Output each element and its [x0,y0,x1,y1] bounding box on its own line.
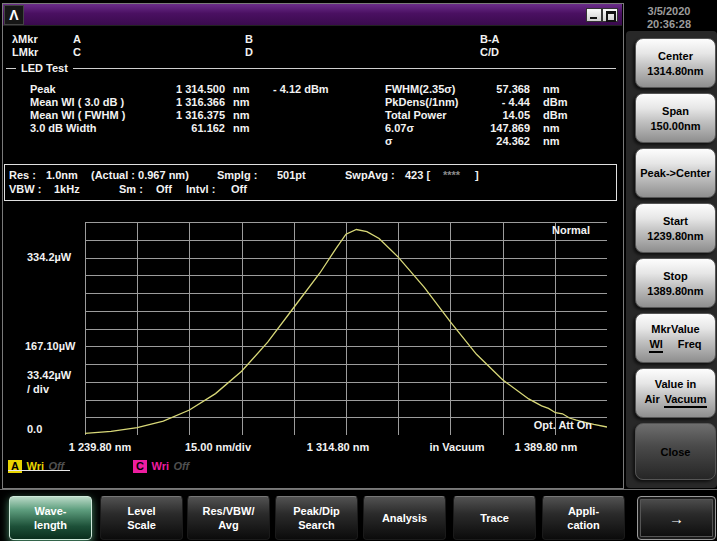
maximize-button[interactable] [602,8,618,22]
softkey-toggle-row: AirVacuum [636,393,715,408]
measurement-value: - 4.44 [445,96,530,108]
maximize-icon [606,11,616,22]
softkey-label: Stop [636,270,715,282]
measurement-row: σ24.362nm [385,135,620,148]
menu-analysis-button[interactable]: Analysis [363,496,446,540]
res-actual: (Actual : 0.967 nm) [91,169,189,181]
center-button[interactable]: Center1314.80nm [635,38,716,88]
close-button[interactable]: Close [635,423,716,480]
title-bar [3,4,622,26]
softkey-label: Value in [636,378,715,390]
sm-label: Sm : [119,183,143,195]
y-axis-label-per-div2: / div [27,383,49,395]
mkr-value-option-freq[interactable]: Freq [678,338,702,353]
measurement-unit: nm [233,109,250,121]
value-in-option-air[interactable]: Air [644,393,659,408]
x-axis-label-start: 1 239.80 nm [69,441,131,453]
stop-button[interactable]: Stop1389.80nm [635,258,716,308]
swpavg-bracket: ] [475,169,479,181]
marker-ba-label: B-A [480,33,500,45]
value-in-button[interactable]: Value inAirVacuum [635,368,716,418]
datetime-display: 3/5/2020 20:36:28 [628,5,710,31]
softkey-label: Center [636,50,715,62]
softkey-value: 150.00nm [636,120,715,132]
date-label: 3/5/2020 [628,5,710,18]
trace-c-mode: Wri [151,460,169,472]
menu-button-label2: length [10,519,91,531]
menu-next-menu-button[interactable]: → [637,496,716,540]
menu-button-label: Level [101,505,182,517]
marker-a-label[interactable]: A [73,33,81,45]
menu-button-label2: Search [276,519,357,531]
trace-c-status[interactable]: C Wri Off [133,456,189,474]
menu-peak-dip-search-button[interactable]: Peak/DipSearch [275,496,358,540]
menu-wavelength-button[interactable]: Wave-length [9,496,92,540]
measurement-row: FWHM(2.35σ)57.368nm [385,83,620,96]
menu-button-label: Appli- [543,505,624,517]
menu-button-label: Analysis [364,512,445,524]
measurement-label: 3.0 dB Width [30,122,97,134]
trace-a-active-underline [8,470,70,471]
measurement-unit: dBm [543,109,567,121]
measurement-row: Mean Wl ( 3.0 dB )1 316.366nm [30,96,390,109]
x-axis-label-medium: in Vacuum [429,441,484,453]
measurement-block-left: Peak1 314.500nm- 4.12 dBmMean Wl ( 3.0 d… [30,83,390,138]
softkey-label: Start [636,215,715,227]
marker-d-label[interactable]: D [245,46,253,58]
softkey-toggle-row: WlFreq [636,338,715,353]
measurement-block-right: FWHM(2.35σ)57.368nmPkDens(/1nm)- 4.44dBm… [385,83,620,151]
softkey-label: Span [636,105,715,117]
measurement-unit: nm [543,135,560,147]
smplg-label: Smplg : [217,169,257,181]
smplg-value: 501pt [277,169,306,181]
softkey-value: 1239.80nm [636,230,715,242]
measurement-value: 57.368 [445,83,530,95]
menu-level-scale-button[interactable]: LevelScale [100,496,183,540]
x-axis-label-center: 1 314.80 nm [307,441,369,453]
softkey-value: 1389.80nm [636,285,715,297]
section-title: LED Test [16,62,73,74]
menu-trace-button[interactable]: Trace [453,496,536,540]
intvl-value: Off [231,183,247,195]
menu-button-label2: cation [543,519,624,531]
vbw-label: VBW : [9,183,41,195]
softkey-label: Close [636,446,715,458]
trace-a-badge: A [8,460,22,473]
anritsu-logo-icon: Λ [4,5,24,25]
measurement-value: 61.162 [125,122,225,134]
y-axis-label-10div: 334.2µW [27,251,71,263]
spectrum-plot-svg [85,222,607,435]
measurement-value: 14.05 [445,109,530,121]
menu-button-label2: Avg [188,519,269,531]
start-button[interactable]: Start1239.80nm [635,203,716,253]
menu-res-vbw-avg-button[interactable]: Res/VBW/Avg [187,496,270,540]
measurement-row: Peak1 314.500nm- 4.12 dBm [30,83,390,96]
y-axis-label-zero: 0.0 [27,423,42,435]
marker-c-label[interactable]: C [73,46,81,58]
trace-c-badge: C [133,460,147,473]
peak-to-center-button[interactable]: Peak->Center [635,148,716,198]
value-in-option-vacuum[interactable]: Vacuum [664,393,706,408]
section-divider-line [6,68,616,69]
span-button[interactable]: Span150.00nm [635,93,716,143]
sm-value: Off [156,183,172,195]
measurement-unit: nm [543,122,560,134]
menu-button-label: Wave- [10,505,91,517]
menu-application-button[interactable]: Appli-cation [542,496,625,540]
y-axis-label-5div: 167.10µW [25,340,75,352]
res-value: 1.0nm [46,169,78,181]
marker-cd-label: C/D [480,46,499,58]
measurement-unit: nm [543,83,560,95]
sweep-settings-box: Res : 1.0nm (Actual : 0.967 nm) Smplg : … [4,164,617,201]
trace-a-status[interactable]: A Wri Off [8,456,64,474]
mkr-value-button[interactable]: MkrValueWlFreq [635,313,716,363]
measurement-value: 1 316.375 [125,109,225,121]
mkr-value-option-wl[interactable]: Wl [649,338,662,353]
x-axis-label-per-div: 15.00 nm/div [185,441,251,453]
measurement-value: 1 314.500 [125,83,225,95]
minimize-button[interactable] [586,8,602,22]
menu-button-label: Peak/Dip [276,505,357,517]
y-axis-label-per-div: 33.42µW [27,369,71,381]
measurement-value: 1 316.366 [125,96,225,108]
marker-b-label[interactable]: B [245,33,253,45]
